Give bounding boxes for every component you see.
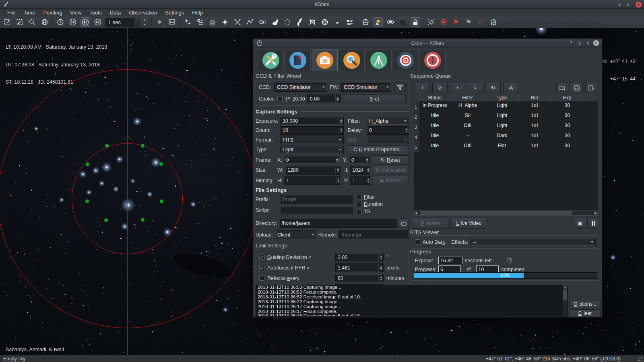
- horizontal-grid-icon[interactable]: [308, 17, 317, 27]
- temperature-spinbox[interactable]: [308, 95, 341, 103]
- add-job-button[interactable]: +: [415, 82, 430, 93]
- time-step-input[interactable]: [105, 18, 134, 27]
- calibration-button[interactable]: ⚙Calibration: [373, 166, 409, 175]
- exposure-spinbox[interactable]: [280, 117, 344, 125]
- sequence-table[interactable]: Status Filter Type Bin Exp 1 In Progress…: [414, 95, 598, 210]
- snap-mode-icon[interactable]: [426, 17, 436, 27]
- bin-h-spinbox[interactable]: [284, 176, 341, 185]
- table-row[interactable]: 3 Idle OIII Light 1x1 30: [414, 121, 598, 132]
- set-temperature-button[interactable]: Set: [343, 94, 406, 103]
- autofocus-hfr-spinbox[interactable]: [335, 263, 384, 272]
- reset-queue-button[interactable]: ↻: [485, 82, 501, 93]
- dome-icon[interactable]: [361, 17, 370, 27]
- object-details-icon[interactable]: [345, 17, 355, 27]
- zoom-out-icon[interactable]: [15, 17, 25, 27]
- size-w-spinbox[interactable]: [285, 166, 341, 175]
- guiding-deviation-spinbox[interactable]: [335, 253, 384, 261]
- frame-x-spinbox[interactable]: [284, 156, 340, 164]
- constellation-boundaries-icon[interactable]: [283, 17, 292, 27]
- minimize-icon[interactable]: ∨: [618, 2, 621, 7]
- stars-toggle-icon[interactable]: [183, 17, 192, 27]
- tab-mount[interactable]: [366, 49, 392, 71]
- upload-combobox[interactable]: Client: [275, 230, 316, 239]
- remove-trail-icon[interactable]: ⊖: [476, 17, 486, 27]
- table-row[interactable]: 1 In Progress H_Alpha Light 1x1 30: [414, 101, 598, 111]
- tab-capture[interactable]: [312, 49, 338, 71]
- remote-input[interactable]: [339, 230, 409, 239]
- menu-time[interactable]: Time: [20, 9, 39, 16]
- lock-icon[interactable]: [411, 17, 420, 27]
- log-view[interactable]: 2018-01-13T10:36:53 Capturing image... 2…: [256, 285, 568, 317]
- time-step-down[interactable]: ▼: [140, 23, 149, 27]
- menu-observation[interactable]: Observation: [125, 9, 161, 16]
- tab-focus[interactable]: [339, 49, 365, 71]
- sky-image-icon[interactable]: ▾: [167, 17, 177, 27]
- size-h-spinbox[interactable]: [350, 166, 371, 175]
- auto-dark-checkbox[interactable]: [415, 239, 420, 245]
- stop-button[interactable]: ▣: [574, 218, 586, 229]
- time-step-unit-spin[interactable]: +−: [134, 18, 138, 27]
- constellation-lines-icon[interactable]: [245, 17, 255, 27]
- filter-manager-button[interactable]: [394, 82, 406, 92]
- galaxy-icon[interactable]: [386, 17, 395, 27]
- live-video-button[interactable]: Live Video: [452, 218, 486, 229]
- save-sequence-icon[interactable]: [571, 82, 583, 93]
- deep-sky-objects-icon[interactable]: [195, 17, 205, 27]
- daytime-sky-icon[interactable]: [373, 17, 383, 27]
- open-sequence-icon[interactable]: [556, 82, 568, 93]
- observer-button[interactable]: [503, 82, 518, 93]
- options-button[interactable]: Options...: [570, 300, 601, 308]
- remove-job-button[interactable]: ⊘: [432, 82, 448, 93]
- geolocation-globe-icon[interactable]: [40, 17, 50, 27]
- equatorial-grid-icon[interactable]: [320, 17, 330, 27]
- tab-align[interactable]: [393, 49, 419, 71]
- flag-list-icon[interactable]: ⚑: [464, 17, 473, 27]
- table-row[interactable]: 2 Idle SII Light 1x1 30: [414, 111, 598, 121]
- filter-suffix-checkbox[interactable]: [357, 195, 362, 200]
- custom-properties-button[interactable]: Custom Properties...: [348, 145, 409, 154]
- telescope-pointing-icon[interactable]: ⌖▾: [155, 17, 164, 27]
- format-combobox[interactable]: FITS: [280, 136, 344, 144]
- time-pause-icon[interactable]: [80, 17, 90, 27]
- menu-settings[interactable]: Settings: [161, 9, 188, 16]
- script-input[interactable]: [280, 206, 354, 214]
- log-vscrollbar[interactable]: ▲▼: [563, 285, 568, 316]
- move-job-up-button[interactable]: ∧: [450, 82, 465, 93]
- refocus-every-checkbox[interactable]: [259, 276, 264, 281]
- table-row[interactable]: 5 Idle OIII Flat 1x1 30: [414, 142, 598, 152]
- ekos-maximize-icon[interactable]: ∧: [586, 39, 589, 47]
- count-spinbox[interactable]: [280, 126, 344, 135]
- constellation-figure-icon[interactable]: [270, 17, 280, 27]
- directory-input[interactable]: [279, 219, 397, 228]
- ekos-minimize-icon[interactable]: ∨: [578, 39, 581, 47]
- bin-v-spinbox[interactable]: [350, 176, 371, 185]
- tab-guide[interactable]: [420, 49, 446, 71]
- filter-combobox[interactable]: H_Alpha: [367, 117, 409, 125]
- menu-tools[interactable]: Tools: [85, 9, 105, 16]
- ts-suffix-checkbox[interactable]: [357, 209, 362, 214]
- constellation-art-icon[interactable]: [233, 17, 242, 27]
- pause-button[interactable]: [587, 218, 599, 229]
- menu-data[interactable]: Data: [106, 9, 125, 16]
- tab-setup[interactable]: [258, 49, 284, 71]
- autofocus-hfr-checkbox[interactable]: ✓: [259, 265, 264, 270]
- save-sequence-as-icon[interactable]: [585, 82, 597, 93]
- horizon-icon[interactable]: ◒: [332, 17, 342, 27]
- supernovae-icon[interactable]: ◎: [208, 17, 217, 27]
- ekos-close-icon[interactable]: ×: [593, 40, 599, 46]
- find-object-icon[interactable]: [27, 17, 37, 27]
- browse-directory-button[interactable]: [399, 218, 409, 228]
- ccd-combobox[interactable]: CCD Simulator: [275, 83, 327, 92]
- menu-view[interactable]: View: [66, 9, 85, 16]
- resize-grip[interactable]: [638, 357, 642, 361]
- sequence-hscrollbar[interactable]: ◀▶: [414, 211, 598, 215]
- bright-star-icon[interactable]: [220, 17, 230, 27]
- ekos-help-icon[interactable]: ?: [570, 39, 572, 47]
- zoom-in-icon[interactable]: [2, 17, 12, 27]
- maximize-icon[interactable]: ∧: [627, 2, 630, 7]
- close-icon[interactable]: ×: [636, 2, 642, 8]
- duration-suffix-checkbox[interactable]: [357, 202, 362, 207]
- center-crosshair-icon[interactable]: ⊕: [398, 17, 408, 27]
- set-time-clock-icon[interactable]: [56, 17, 65, 27]
- tab-scheduler[interactable]: [285, 49, 311, 71]
